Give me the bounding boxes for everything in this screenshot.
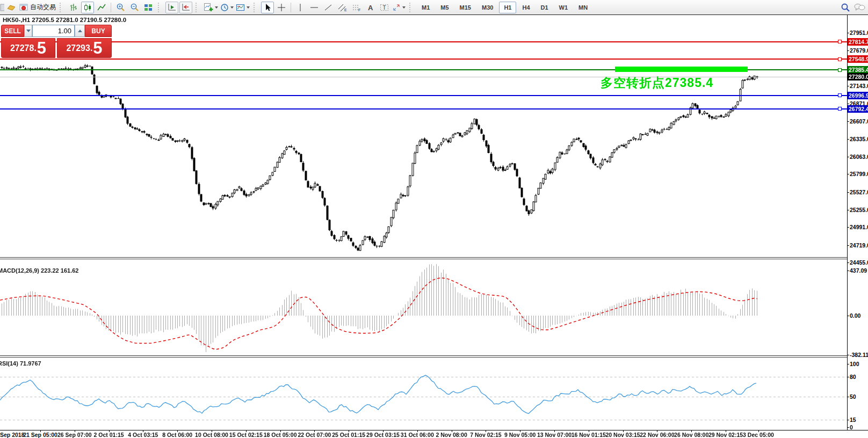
macd-axis-tick — [847, 355, 849, 355]
green-rectangle-drawing[interactable] — [615, 67, 748, 72]
zoom-out-icon — [130, 3, 139, 12]
text-label-button[interactable]: T — [378, 2, 390, 13]
price-badge-26792.4: 26792.4 — [848, 105, 868, 113]
level-line-anchor-marker[interactable] — [838, 40, 842, 43]
new-order-icon[interactable] — [0, 3, 4, 12]
macd-axis-tick — [847, 271, 849, 271]
price-level-line-27280.0[interactable] — [0, 77, 847, 77]
time-axis-label: 22 Nov 06:00 — [640, 432, 674, 438]
price-chart-canvas[interactable] — [0, 15, 847, 430]
price-axis-tick — [847, 121, 849, 122]
candlestick-icon — [83, 3, 92, 12]
rsi-axis-tick — [847, 364, 849, 364]
level-line-anchor-marker[interactable] — [838, 93, 842, 97]
periods-button[interactable] — [220, 2, 234, 13]
timeframe-button-m1[interactable]: M1 — [417, 2, 435, 13]
time-axis-label: 8 Oct 06:00 — [162, 432, 192, 438]
price-badge-27280.0: 27280.0 — [848, 73, 868, 81]
bar-chart-button[interactable] — [67, 2, 80, 13]
time-axis-tick — [349, 430, 349, 432]
line-chart-button[interactable] — [95, 2, 108, 13]
timeframe-button-mn[interactable]: MN — [574, 2, 592, 13]
rsi-indicator-label: RSI(14) 71.9767 — [0, 360, 41, 367]
price-level-line-27814.7[interactable] — [0, 41, 847, 42]
macd-indicator-label: MACD(12,26,9) 223.22 161.62 — [0, 267, 78, 274]
timeframe-button-d1[interactable]: D1 — [536, 2, 553, 13]
price-level-line-27548.9[interactable] — [0, 59, 847, 60]
fibonacci-button[interactable]: F — [350, 2, 363, 13]
crosshair-button[interactable] — [275, 2, 288, 13]
time-axis-label: 16 Nov 01:15 — [572, 432, 606, 438]
timeframe-button-h1[interactable]: H1 — [499, 2, 516, 13]
price-axis-tick — [847, 174, 849, 174]
timeframe-button-m5[interactable]: M5 — [436, 2, 453, 13]
tile-windows-button[interactable] — [142, 2, 155, 13]
vertical-line-button[interactable] — [294, 2, 307, 13]
time-axis-label: 4 Oct 03:15 — [128, 432, 158, 438]
rsi-axis-label: 0 — [850, 424, 853, 430]
level-line-anchor-marker[interactable] — [838, 107, 842, 111]
auto-scroll-button[interactable] — [165, 2, 178, 13]
price-level-line-26792.4[interactable] — [0, 108, 847, 110]
macd-axis-label: 0.00 — [850, 312, 860, 319]
arrows-button[interactable] — [392, 2, 406, 13]
chart-shift-button[interactable] — [179, 2, 192, 13]
volume-decrease-button[interactable] — [24, 25, 32, 37]
price-axis-tick — [847, 227, 849, 228]
price-badge-27548.9: 27548.9 — [848, 55, 868, 63]
time-axis-label: 29 Oct 03:15 — [366, 432, 400, 438]
time-axis-tick — [691, 430, 692, 432]
time-axis-label: 21 Sep 05:00 — [23, 432, 57, 438]
sell-price-display[interactable]: 27278.5 — [1, 38, 55, 58]
cursor-button[interactable] — [261, 2, 274, 13]
trendline-button[interactable] — [322, 2, 335, 13]
timeframe-button-w1[interactable]: W1 — [554, 2, 573, 13]
timeframe-button-m15[interactable]: M15 — [455, 2, 476, 13]
svg-text:E: E — [344, 8, 347, 12]
sell-button[interactable]: SELL — [1, 25, 24, 37]
time-axis-label: 29 Nov 02:15 — [708, 432, 743, 438]
toolbar-gripper — [60, 3, 64, 12]
price-axis-tick — [847, 104, 849, 104]
volume-increase-button[interactable] — [75, 25, 85, 37]
turning-point-annotation[interactable]: 多空转折点27385.4 — [601, 75, 713, 91]
candlestick-chart-button[interactable] — [81, 2, 94, 13]
expert-advisors-button[interactable] — [5, 2, 18, 13]
price-level-line-26996.9[interactable] — [0, 95, 847, 96]
templates-button[interactable] — [235, 2, 250, 13]
rsi-axis-label: 100 — [850, 361, 859, 367]
tile-windows-icon — [144, 3, 153, 12]
buy-price-display[interactable]: 27293.5 — [57, 38, 112, 58]
price-axis-label: 25255.0 — [850, 207, 868, 213]
text-button[interactable]: A — [364, 2, 377, 13]
autotrading-button[interactable]: 自动交易 — [19, 2, 56, 13]
volume-input[interactable] — [32, 25, 75, 37]
equidistant-channel-button[interactable]: E — [336, 2, 349, 13]
level-line-anchor-marker[interactable] — [838, 57, 842, 61]
panel-divider-macd[interactable] — [0, 257, 847, 259]
price-axis-label: 25799.0 — [850, 171, 868, 177]
panel-divider-rsi[interactable] — [0, 355, 847, 357]
buy-button[interactable]: BUY — [85, 25, 112, 37]
chat-button[interactable] — [853, 2, 866, 13]
zoom-in-button[interactable] — [114, 2, 127, 13]
timeframe-button-h4[interactable]: H4 — [517, 2, 534, 13]
search-button[interactable] — [839, 2, 852, 13]
zoom-out-button[interactable] — [128, 2, 141, 13]
time-axis-tick — [623, 430, 624, 432]
svg-text:F: F — [358, 8, 360, 12]
horizontal-line-button[interactable] — [308, 2, 321, 13]
time-axis-label: 20 Nov 03:15 — [605, 432, 640, 438]
line-chart-icon — [97, 3, 106, 12]
level-line-anchor-marker[interactable] — [838, 68, 842, 72]
timeframe-button-m30[interactable]: M30 — [477, 2, 498, 13]
rsi-axis-label: 50 — [850, 393, 856, 400]
time-axis-tick — [314, 430, 315, 432]
indicators-button[interactable] — [203, 2, 219, 13]
application-window: 自动交易 — [0, 0, 868, 438]
price-axis-label: 25527.0 — [850, 189, 868, 195]
time-axis-tick — [40, 430, 41, 432]
time-axis-tick — [452, 430, 452, 432]
chevron-down-icon — [402, 6, 406, 9]
timeframe-group: M1M5M15M30H1H4D1W1MN — [416, 2, 593, 13]
